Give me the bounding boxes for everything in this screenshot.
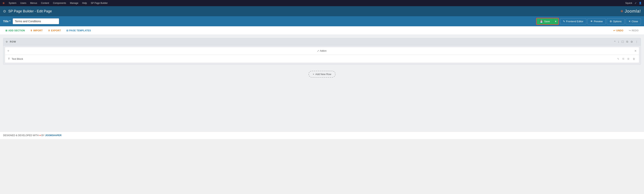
page-builder-icon: ⊙ — [3, 9, 6, 13]
footer-company-link[interactable]: JOOMSHAPER — [45, 134, 62, 137]
nav-spbuilder[interactable]: SP Page Builder — [89, 1, 110, 5]
header-bar: ⊙ SP Page Builder - Edit Page ✳ Joomla! — [0, 6, 644, 16]
row-more-icon[interactable]: ⋮ — [635, 40, 638, 44]
import-icon: ⬆ — [30, 29, 32, 32]
row-settings-icon[interactable]: ⚙ — [630, 40, 634, 44]
toolbar: ⊞ ADD SECTION ⬆ IMPORT ⬇ EXPORT ⊟ PAGE T… — [0, 26, 644, 35]
block-name: Text Block — [12, 57, 616, 60]
text-block-icon: Ŧ — [8, 57, 10, 60]
column-header: ✥ ⤢ Addon ✕ — [5, 47, 639, 55]
row-up-icon[interactable]: ^ — [614, 40, 616, 44]
title-field-label: Title * — [3, 20, 10, 23]
joomla-logo: ✳ Joomla! — [620, 9, 641, 14]
page-title: SP Page Builder - Edit Page — [8, 9, 618, 13]
close-button[interactable]: ✕ Close — [626, 18, 641, 24]
nav-content[interactable]: Content — [39, 1, 50, 5]
options-button[interactable]: ⚙ Options — [607, 18, 624, 24]
add-row-icon: + — [313, 73, 314, 76]
footer-heart: ♥ — [39, 134, 41, 137]
add-new-row-button[interactable]: + Add New Row — [308, 71, 336, 77]
redo-button[interactable]: ↪ REDO — [626, 28, 641, 33]
row-label: ROW — [10, 40, 614, 43]
options-icon: ⚙ — [610, 20, 612, 23]
frontend-editor-button[interactable]: ✎ Frontend Editor — [560, 18, 586, 24]
addon-icon: ⤢ — [317, 50, 319, 52]
row-actions: ^ ⫶ ☐ ⧉ ⚙ ⋮ — [614, 40, 638, 44]
nav-manage[interactable]: Manage — [68, 1, 80, 5]
title-bar: Title * 💾 Save ▾ ✎ Frontend Editor 👁 Pre… — [0, 16, 644, 26]
redo-icon: ↪ — [629, 29, 631, 32]
col-close-icon[interactable]: ✕ — [634, 49, 637, 52]
footer: DESIGNED & DEVELOPED WITH ♥ BY JOOMSHAPE… — [0, 132, 644, 139]
nav-system[interactable]: System — [7, 1, 18, 5]
preview-icon: 👁 — [590, 20, 593, 23]
frontend-editor-icon: ✎ — [563, 20, 565, 23]
user-link-icon: ⤤ — [634, 2, 636, 5]
block-copy-icon[interactable]: ⧉ — [622, 57, 625, 61]
main-content: ✥ ROW ^ ⫶ ☐ ⧉ ⚙ ⋮ ✥ ⤢ Addon ✕ — [0, 35, 644, 132]
row-screen1-icon[interactable]: ☐ — [621, 40, 624, 44]
save-button[interactable]: 💾 Save — [537, 18, 553, 24]
top-nav-right: Squick ⤤ 👤 — [625, 2, 642, 5]
page-title-input[interactable] — [13, 18, 59, 24]
block-settings-icon[interactable]: ⚙ — [626, 57, 630, 61]
footer-text: DESIGNED & DEVELOPED WITH — [3, 134, 39, 137]
add-section-icon: ⊞ — [6, 29, 7, 32]
undo-button[interactable]: ↩ UNDO — [611, 28, 626, 33]
export-button[interactable]: ⬇ EXPORT — [46, 28, 63, 33]
row-columns-icon[interactable]: ⫶ — [618, 40, 620, 44]
joomla-logo-text: Joomla! — [625, 9, 641, 14]
title-bar-actions: 💾 Save ▾ ✎ Frontend Editor 👁 Preview ⚙ O… — [536, 18, 641, 25]
save-label: Save — [544, 20, 550, 23]
top-navbar: ✳ System Users Menus Content Components … — [0, 0, 644, 6]
footer-by: BY — [42, 134, 44, 137]
nav-users[interactable]: Users — [19, 1, 28, 5]
close-icon: ✕ — [628, 20, 631, 23]
block-item: Ŧ Text Block ✎ ⧉ ⚙ 🗑 — [5, 55, 639, 63]
joomla-nav-icon: ✳ — [2, 1, 5, 5]
nav-help[interactable]: Help — [81, 1, 88, 5]
export-icon: ⬇ — [48, 29, 50, 32]
save-icon: 💾 — [540, 20, 543, 23]
user-profile-icon[interactable]: 👤 — [639, 2, 642, 5]
undo-icon: ↩ — [613, 29, 615, 32]
page-templates-icon: ⊟ — [66, 29, 68, 32]
col-drag-handle[interactable]: ✥ — [7, 50, 9, 52]
user-name[interactable]: Squick — [625, 2, 632, 5]
nav-components[interactable]: Components — [51, 1, 68, 5]
save-button-group: 💾 Save ▾ — [536, 18, 559, 25]
row-drag-handle[interactable]: ✥ — [6, 40, 8, 43]
add-row-area: + Add New Row — [3, 67, 641, 81]
row-header: ✥ ROW ^ ⫶ ☐ ⧉ ⚙ ⋮ — [3, 38, 641, 45]
joomla-star-icon: ✳ — [620, 9, 624, 14]
nav-menus[interactable]: Menus — [28, 1, 38, 5]
block-edit-icon[interactable]: ✎ — [616, 57, 620, 61]
add-section-button[interactable]: ⊞ ADD SECTION — [3, 28, 27, 33]
row-screen2-icon[interactable]: ⧉ — [626, 40, 628, 44]
addon-button[interactable]: ⤢ Addon — [316, 49, 328, 53]
save-dropdown-button[interactable]: ▾ — [553, 18, 558, 24]
page-templates-button[interactable]: ⊟ PAGE TEMPLATES — [64, 28, 94, 33]
save-dropdown-icon: ▾ — [555, 20, 556, 23]
block-actions: ✎ ⧉ ⚙ 🗑 — [616, 57, 636, 61]
import-button[interactable]: ⬆ IMPORT — [28, 28, 45, 33]
preview-button[interactable]: 👁 Preview — [588, 18, 606, 24]
block-delete-icon[interactable]: 🗑 — [632, 57, 636, 61]
row-container: ✥ ROW ^ ⫶ ☐ ⧉ ⚙ ⋮ ✥ ⤢ Addon ✕ — [3, 38, 641, 65]
column-area: ✥ ⤢ Addon ✕ Ŧ Text Block ✎ ⧉ ⚙ 🗑 — [5, 47, 639, 63]
top-nav-left: ✳ System Users Menus Content Components … — [2, 1, 109, 5]
